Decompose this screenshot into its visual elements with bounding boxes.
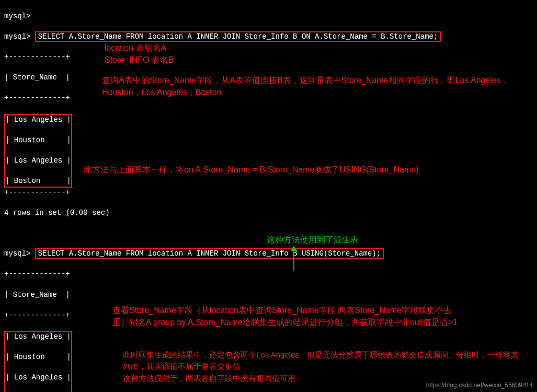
watermark: https://blog.csdn.net/weixin_55609814 [426,381,533,390]
mysql-prompt: mysql> [4,32,30,41]
annotation-3: 此方法与上面基本一样，将on A.Store_Name = B.Store_Na… [84,164,424,176]
results-1-box: | Los Angeles | | Houston | | Los Angele… [4,114,72,188]
table-sep: +-------------+ [4,269,533,280]
annotation-2: 查询A表中的Store_Name字段，从A表等值连接B表，返回量表中Store_… [102,74,515,98]
table-sep: +-------------+ [4,52,533,63]
results-2-box: | Los Angeles | | Houston | | Los Angele… [4,331,72,392]
query-1-box: SELECT A.Store_Name FROM location A INNE… [35,31,441,42]
table-row: | Los Angeles | [5,115,71,125]
query-2: SELECT A.Store_Name FROM location A INNE… [38,249,381,258]
arrow-head-icon [291,246,297,251]
arrow-line [293,251,294,271]
query-2-box: SELECT A.Store_Name FROM location A INNE… [35,248,384,259]
annotation-4: 查看Store_Name字段（从location表中查询Store_Name字段… [112,304,468,328]
table-header: | Store_Name | [4,290,533,301]
annotation-green: 这种方法使用到了派生表 [267,234,359,246]
mysql-prompt: mysql> [4,249,30,258]
annotation-5: 此时联集生成的结果中，必定包含两个Los Angeles，但是无法分辨属于哪张表… [123,349,525,372]
rows-footer: 4 rows in set (0.00 sec) [4,208,533,218]
query-1: SELECT A.Store_Name FROM location A INNE… [38,32,438,41]
terminal-output: mysql> mysql> SELECT A.Store_Name FROM l… [0,0,537,392]
table-row: | Los Angeles | [5,373,71,383]
mysql-prompt: mysql> [4,12,30,20]
table-row: | Houston | [5,135,71,146]
table-row: | Houston | [5,352,71,363]
table-row: | Los Angeles | [5,156,71,166]
table-sep: +-------------+ [4,188,533,198]
table-row: | Los Angeles | [5,332,71,342]
annotation-1: location 表别名A Store_INFO 表名B [105,42,174,66]
table-row: | Boston | [5,176,71,187]
